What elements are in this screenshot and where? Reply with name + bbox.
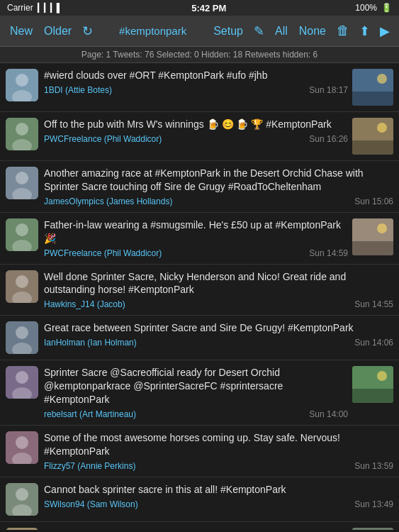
carrier-label: Carrier bbox=[7, 3, 33, 13]
battery-icon: 🔋 bbox=[381, 3, 392, 13]
svg-point-7 bbox=[16, 123, 28, 135]
refresh-button[interactable]: ↻ bbox=[77, 21, 98, 42]
tweet-text: Father-in-law wearing a #smugsmile. He's… bbox=[44, 218, 348, 245]
tweet-item[interactable]: Cannot back sprinter sacre in this at al… bbox=[0, 477, 399, 522]
tweet-meta: Hawkins_J14 (Jacob)Sun 14:55 bbox=[44, 299, 393, 309]
tweet-item[interactable]: Amazing day at the races #KemptonPark. B… bbox=[0, 522, 399, 530]
tweet-meta: 1BDI (Attie Botes)Sun 18:17 bbox=[44, 85, 348, 95]
avatar bbox=[6, 69, 38, 101]
svg-rect-42 bbox=[352, 528, 393, 530]
tweet-text: Amazing day at the races #KemptonPark. B… bbox=[44, 528, 348, 530]
tweet-meta: IanHolman (Ian Holman)Sun 14:06 bbox=[44, 338, 393, 348]
tweet-text: Another amazing race at #KemptonPark in … bbox=[44, 167, 393, 194]
tweet-time: Sun 13:59 bbox=[354, 461, 393, 471]
tweet-content: Some of the most awesome horses coming u… bbox=[44, 431, 393, 471]
tweet-thumbnail bbox=[352, 218, 393, 255]
info-bar: Page: 1 Tweets: 76 Selected: 0 Hidden: 1… bbox=[0, 47, 399, 63]
svg-point-37 bbox=[16, 488, 28, 501]
avatar bbox=[6, 366, 38, 399]
svg-point-28 bbox=[16, 371, 28, 384]
new-button[interactable]: New bbox=[4, 22, 38, 40]
tweet-thumbnail bbox=[352, 118, 393, 155]
avatar bbox=[6, 321, 38, 354]
tweet-text: Sprinter Sacre @Sacreofficial ready for … bbox=[44, 366, 348, 406]
tweet-text: Great race between Sprinter Sacre and Si… bbox=[44, 321, 393, 335]
tweet-meta: SWilson94 (Sam Wilson)Sun 13:49 bbox=[44, 499, 393, 509]
tweet-meta: Flizzy57 (Annie Perkins)Sun 13:59 bbox=[44, 461, 393, 471]
tweet-item[interactable]: Another amazing race at #KemptonPark in … bbox=[0, 161, 399, 213]
tweet-time: Sun 15:06 bbox=[354, 196, 393, 206]
tweet-time: Sun 13:49 bbox=[354, 499, 393, 509]
nav-bar: New Older ↻ #kemptonpark Setup ✎ All Non… bbox=[0, 16, 399, 47]
avatar bbox=[6, 483, 38, 516]
tweet-item[interactable]: Some of the most awesome horses coming u… bbox=[0, 426, 399, 477]
tweet-content: Great race between Sprinter Sacre and Si… bbox=[44, 321, 393, 348]
setup-button[interactable]: Setup bbox=[208, 22, 249, 40]
tweet-time: Sun 14:59 bbox=[309, 248, 348, 258]
tweet-thumbnail bbox=[352, 366, 393, 403]
signal-icon: ▎▎▎▌ bbox=[38, 3, 63, 13]
tweet-content: Off to the pub with Mrs W's winnings 🍺 😊… bbox=[44, 118, 348, 144]
avatar bbox=[6, 270, 38, 303]
hashtag-filter[interactable]: #kemptonpark bbox=[98, 22, 208, 40]
all-button[interactable]: All bbox=[269, 22, 293, 40]
avatar bbox=[6, 218, 38, 251]
avatar bbox=[6, 167, 38, 199]
tweet-time: Sun 14:55 bbox=[354, 299, 393, 309]
status-left: Carrier ▎▎▎▌ bbox=[7, 3, 62, 13]
tweet-meta: rebelsart (Art Martineau)Sun 14:00 bbox=[44, 409, 348, 419]
tweet-meta: JamesOlympics (James Hollands)Sun 15:06 bbox=[44, 196, 393, 206]
avatar bbox=[6, 431, 38, 464]
play-button[interactable]: ▶ bbox=[375, 21, 395, 42]
tweet-item[interactable]: Sprinter Sacre @Sacreofficial ready for … bbox=[0, 360, 399, 426]
tweet-time: Sun 18:17 bbox=[309, 85, 348, 95]
tweet-list: #wierd clouds over #ORT #KemptonPark #uf… bbox=[0, 63, 399, 530]
tweet-item[interactable]: Well done Sprinter Sacre, Nicky Henderso… bbox=[0, 265, 399, 316]
svg-rect-31 bbox=[352, 389, 393, 403]
tweet-content: Another amazing race at #KemptonPark in … bbox=[44, 167, 393, 206]
tweet-author: PWCFreelance (Phil Waddicor) bbox=[44, 248, 162, 258]
tweet-content: Amazing day at the races #KemptonPark. B… bbox=[44, 528, 348, 530]
tweet-item[interactable]: Great race between Sprinter Sacre and Si… bbox=[0, 316, 399, 360]
tweet-content: #wierd clouds over #ORT #KemptonPark #uf… bbox=[44, 69, 348, 95]
none-button[interactable]: None bbox=[293, 22, 332, 40]
tweet-time: Sun 14:06 bbox=[354, 338, 393, 348]
tweet-author: rebelsart (Art Martineau) bbox=[44, 409, 136, 419]
svg-rect-10 bbox=[352, 140, 393, 155]
svg-point-13 bbox=[16, 172, 28, 184]
tweet-author: Hawkins_J14 (Jacob) bbox=[44, 299, 125, 309]
svg-rect-39 bbox=[6, 528, 38, 530]
svg-rect-19 bbox=[352, 241, 393, 255]
tweet-item[interactable]: #wierd clouds over #ORT #KemptonPark #uf… bbox=[0, 63, 399, 112]
tweet-item[interactable]: Father-in-law wearing a #smugsmile. He's… bbox=[0, 213, 399, 265]
older-button[interactable]: Older bbox=[38, 22, 77, 40]
tweet-text: Off to the pub with Mrs W's winnings 🍺 😊… bbox=[44, 118, 348, 131]
tweet-author: PWCFreelance (Phil Waddicor) bbox=[44, 134, 162, 144]
svg-rect-4 bbox=[352, 92, 393, 106]
tweet-text: Well done Sprinter Sacre, Nicky Henderso… bbox=[44, 270, 393, 297]
tweet-item[interactable]: Off to the pub with Mrs W's winnings 🍺 😊… bbox=[0, 112, 399, 161]
tweet-content: Sprinter Sacre @Sacreofficial ready for … bbox=[44, 366, 348, 419]
tweet-author: SWilson94 (Sam Wilson) bbox=[44, 499, 138, 509]
tweet-time: Sun 16:26 bbox=[309, 134, 348, 144]
avatar bbox=[6, 118, 38, 150]
svg-point-25 bbox=[16, 326, 28, 339]
tweet-time: Sun 14:00 bbox=[309, 409, 348, 419]
tweet-thumbnail bbox=[352, 69, 393, 106]
status-right: 100% 🔋 bbox=[355, 3, 392, 13]
status-time: 5:42 PM bbox=[191, 3, 226, 13]
edit-button[interactable]: ✎ bbox=[249, 21, 269, 42]
svg-point-34 bbox=[16, 436, 28, 449]
trash-button[interactable]: 🗑 bbox=[332, 21, 354, 41]
tweet-content: Father-in-law wearing a #smugsmile. He's… bbox=[44, 218, 348, 258]
tweet-thumbnail bbox=[352, 528, 393, 530]
tweet-content: Cannot back sprinter sacre in this at al… bbox=[44, 483, 393, 509]
tweet-text: Some of the most awesome horses coming u… bbox=[44, 431, 393, 458]
svg-point-32 bbox=[377, 371, 387, 381]
svg-point-1 bbox=[16, 74, 28, 87]
tweet-meta: PWCFreelance (Phil Waddicor)Sun 16:26 bbox=[44, 134, 348, 144]
svg-point-11 bbox=[377, 123, 387, 133]
tweet-text: #wierd clouds over #ORT #KemptonPark #uf… bbox=[44, 69, 348, 82]
svg-point-16 bbox=[16, 223, 28, 236]
share-button[interactable]: ⬆ bbox=[354, 21, 375, 42]
